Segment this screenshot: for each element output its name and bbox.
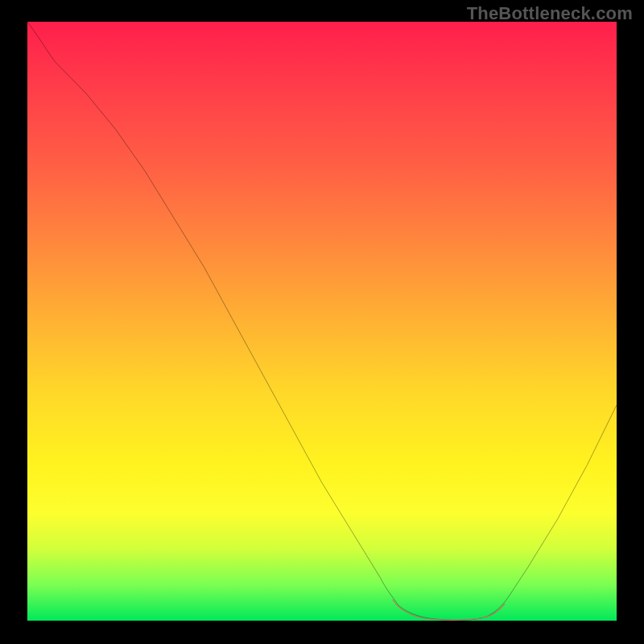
- chart-frame: TheBottleneck.com: [0, 0, 644, 644]
- watermark-text: TheBottleneck.com: [467, 3, 633, 24]
- bottleneck-curve: [27, 22, 617, 621]
- plot-area: [27, 22, 617, 621]
- curve-path: [27, 22, 617, 620]
- flat-minimum-highlight: [393, 600, 505, 620]
